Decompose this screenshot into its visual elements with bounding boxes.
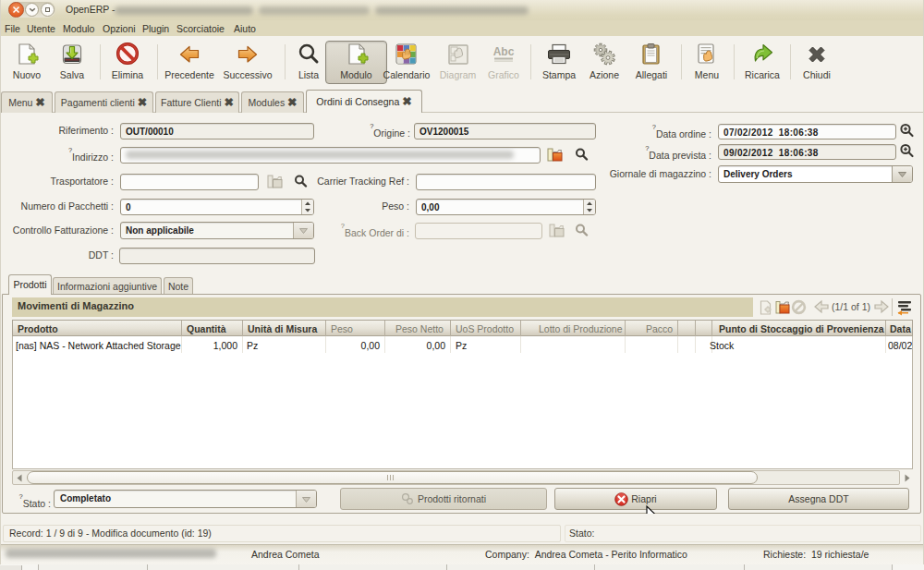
svg-text:Abc: Abc — [493, 45, 515, 58]
